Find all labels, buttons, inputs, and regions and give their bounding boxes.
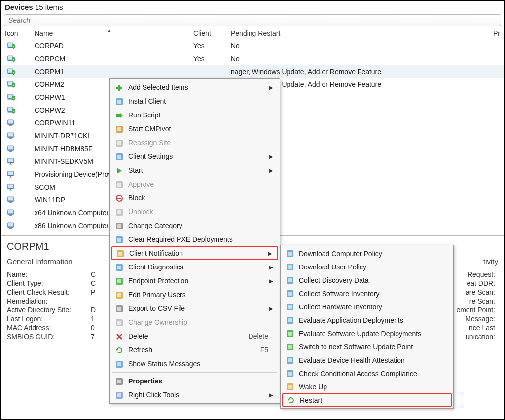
menu-item-client-notification[interactable]: Client Notification▶	[111, 246, 278, 260]
svg-rect-54	[288, 318, 292, 322]
svg-rect-33	[117, 321, 121, 325]
submenu-item-download-computer-policy[interactable]: Download Computer Policy	[282, 247, 452, 260]
col-header-name[interactable]: Name ▲	[31, 29, 193, 37]
svg-marker-4	[116, 113, 123, 118]
submenu-item-evaluate-application-deployments[interactable]: Evaluate Application Deployments	[282, 313, 452, 327]
detail-key: Last Logon:	[7, 314, 91, 323]
hwinv-icon	[284, 303, 296, 311]
submenu-item-collect-discovery-data[interactable]: Collect Discovery Data	[282, 273, 452, 287]
menu-item-clear-required-pxe-deployments[interactable]: Clear Required PXE Deployments	[111, 232, 278, 246]
menu-item-label: Unblock	[125, 208, 268, 216]
svg-rect-46	[288, 265, 292, 269]
submenu-item-collect-software-inventory[interactable]: Collect Software Inventory	[282, 287, 452, 300]
menu-item-right-click-tools[interactable]: Right Click Tools▶	[111, 388, 278, 402]
submenu-item-label: Evaluate Software Update Deployments	[296, 330, 448, 338]
menu-item-label: Endpoint Protection	[125, 277, 268, 285]
svg-rect-15	[117, 198, 121, 199]
column-headers: Icon Name ▲ Client Pending Restart Pr	[1, 27, 504, 39]
menu-item-properties[interactable]: Properties	[111, 374, 278, 388]
menu-item-label: Export to CSV File	[125, 305, 268, 312]
submenu-item-evaluate-device-health-attestation[interactable]: Evaluate Device Health Attestation	[282, 353, 452, 367]
submenu-item-switch-to-next-software-update-point[interactable]: Switch to next Software Update Point	[282, 340, 452, 353]
device-name: CORPM1	[31, 68, 193, 76]
detail-value: C	[91, 279, 96, 288]
submenu-item-download-user-policy[interactable]: Download User Policy	[282, 260, 452, 273]
menu-item-refresh[interactable]: RefreshF5	[111, 343, 278, 357]
col-header-client[interactable]: Client	[193, 29, 227, 37]
svg-rect-3	[117, 100, 121, 104]
col-header-pending[interactable]: Pending Restart	[227, 29, 489, 37]
svg-rect-52	[288, 305, 292, 309]
device-icon	[1, 131, 31, 140]
svg-rect-40	[117, 380, 121, 383]
submenu-item-restart[interactable]: Restart	[282, 393, 452, 407]
rct-icon	[113, 390, 125, 399]
menu-item-label: Run Script	[125, 111, 268, 119]
header-title: Devices	[5, 3, 33, 11]
submenu-item-label: Download Computer Policy	[296, 250, 448, 258]
restart-icon	[285, 396, 297, 404]
menu-item-label: Start	[125, 166, 268, 174]
menu-item-client-settings[interactable]: Client Settings▶	[111, 150, 278, 163]
wake-icon	[284, 382, 296, 391]
device-client: Yes	[193, 55, 227, 63]
submenu-item-evaluate-software-update-deployments[interactable]: Evaluate Software Update Deployments	[282, 327, 452, 340]
menu-item-approve: Approve	[111, 177, 278, 191]
device-row[interactable]: CORPCMYesNo	[1, 52, 504, 65]
submenu-arrow-icon: ▶	[268, 265, 274, 270]
menu-item-label: Client Diagnostics	[125, 263, 268, 271]
users-icon	[113, 290, 125, 299]
svg-rect-44	[288, 252, 292, 256]
menu-item-label: Edit Primary Users	[125, 291, 268, 299]
menu-item-add-selected-items[interactable]: Add Selected Items▶	[111, 80, 278, 94]
submenu-arrow-icon: ▶	[268, 392, 274, 398]
svg-marker-65	[288, 399, 290, 401]
detail-key: Name:	[7, 270, 91, 279]
device-icon	[1, 195, 31, 204]
svg-rect-27	[117, 279, 121, 283]
submenu-arrow-icon: ▶	[268, 154, 274, 159]
category-icon	[113, 221, 125, 229]
menu-item-client-diagnostics[interactable]: Client Diagnostics▶	[111, 260, 278, 274]
submenu-item-wake-up[interactable]: Wake Up	[282, 380, 452, 393]
submenu-arrow-icon: ▶	[268, 306, 274, 311]
menu-item-show-status-messages[interactable]: Show Status Messages	[111, 357, 278, 371]
col-header-pri[interactable]: Pr	[489, 29, 504, 37]
device-row[interactable]: CORPM1nager, Windows Update, Add or Remo…	[1, 65, 504, 78]
device-row[interactable]: CORPADYesNo	[1, 39, 504, 52]
menu-item-install-client[interactable]: Install Client	[111, 94, 278, 108]
submenu-item-check-conditional-access-compliance[interactable]: Check Conditional Access Compliance	[282, 367, 452, 380]
menu-item-run-script[interactable]: Run Script	[111, 108, 278, 122]
menu-item-change-category[interactable]: Change Category	[111, 219, 278, 232]
device-icon	[1, 208, 31, 217]
menu-item-start[interactable]: Start▶	[111, 163, 278, 177]
svg-rect-8	[117, 141, 121, 145]
device-icon	[1, 170, 31, 179]
menu-item-endpoint-protection[interactable]: Endpoint Protection▶	[111, 274, 278, 288]
approve-icon	[113, 180, 125, 188]
props-icon	[113, 377, 125, 385]
menu-item-delete[interactable]: DeleteDelete	[111, 329, 278, 343]
device-pending: No	[227, 42, 504, 50]
header-count: 15 items	[35, 3, 63, 11]
menu-item-block[interactable]: Block	[111, 191, 278, 205]
menu-item-reassign-site: Reassign Site	[111, 136, 278, 150]
unblock-icon	[113, 207, 125, 216]
search-input[interactable]	[4, 14, 501, 26]
menu-item-export-to-csv-file[interactable]: Export to CSV File▶	[111, 302, 278, 315]
submenu-item-label: Check Conditional Access Compliance	[296, 370, 448, 378]
submenu-arrow-icon: ▶	[268, 85, 274, 90]
submenu-item-collect-hardware-inventory[interactable]: Collect Hardware Inventory	[282, 300, 452, 313]
device-icon	[1, 118, 31, 127]
device-name: CORPCM	[31, 55, 193, 63]
menu-item-start-cmpivot[interactable]: Start CMPivot	[111, 122, 278, 136]
compliance-icon	[284, 369, 296, 378]
detail-value: 0	[91, 323, 95, 332]
plus-icon	[113, 83, 125, 91]
svg-rect-23	[118, 252, 122, 256]
device-icon	[1, 67, 31, 76]
col-header-icon[interactable]: Icon	[1, 29, 31, 37]
notify-icon	[114, 249, 126, 257]
sort-asc-icon: ▲	[107, 28, 112, 33]
menu-item-edit-primary-users[interactable]: Edit Primary Users	[111, 288, 278, 302]
